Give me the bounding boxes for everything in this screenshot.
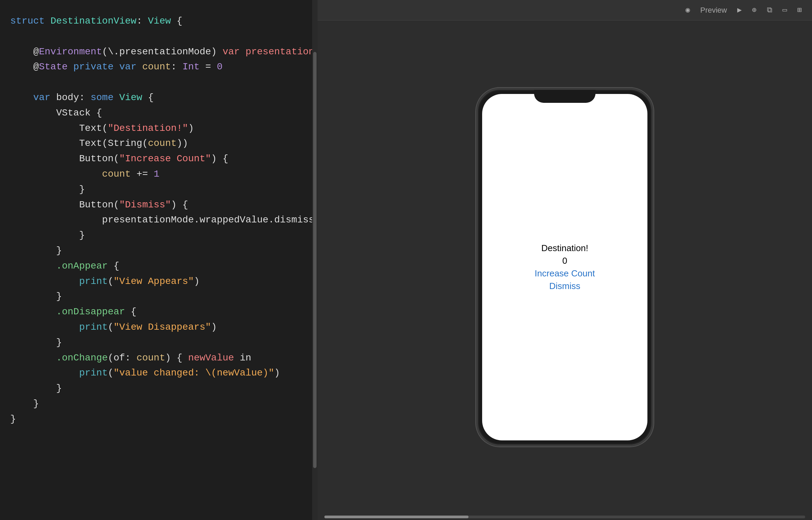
code-token: View	[119, 92, 142, 103]
code-token	[10, 353, 56, 363]
code-token: }	[10, 398, 39, 409]
code-line: struct DestinationView: View {	[10, 14, 307, 29]
code-line: print("value changed: \(newValue)")	[10, 366, 307, 381]
code-token: {	[171, 16, 183, 26]
grid-icon[interactable]: ⊞	[797, 5, 802, 15]
code-token: }	[10, 291, 62, 302]
code-token: private	[73, 61, 114, 72]
code-token	[10, 169, 102, 179]
shield-icon[interactable]: ⊕	[752, 5, 756, 15]
code-token: Button(	[10, 153, 119, 164]
code-token	[10, 306, 56, 317]
code-token: )	[194, 276, 200, 287]
code-token: "View Appears"	[113, 276, 194, 287]
code-token: struct	[10, 16, 51, 26]
code-token: (\.presentationMode)	[102, 46, 223, 57]
code-line: print("View Disappears")	[10, 320, 307, 335]
code-token	[10, 322, 79, 332]
code-token: .onChange	[56, 353, 108, 363]
code-token: print	[79, 276, 108, 287]
code-token: count	[142, 61, 171, 72]
code-token	[10, 92, 33, 103]
preview-label: Preview	[700, 6, 727, 15]
code-line: @Environment(\.presentationMode) var pre…	[10, 44, 307, 60]
phone-screen: Destination! 0 Increase Count Dismiss	[482, 94, 647, 440]
code-token: some	[90, 92, 113, 103]
code-token: ))	[177, 138, 188, 149]
code-token: @	[10, 46, 39, 57]
code-token: var	[223, 46, 240, 57]
code-token: }	[10, 245, 62, 256]
code-token: count	[102, 169, 131, 179]
code-line: }	[10, 182, 307, 197]
code-token	[68, 61, 73, 72]
code-token: State	[39, 61, 68, 72]
code-line: presentationMode.wrappedValue.dismiss()	[10, 213, 307, 228]
preview-toolbar: ◉ Preview ▶ ⊕ ⧉ ▭ ⊞	[318, 0, 812, 20]
preview-scroll-track[interactable]	[324, 516, 805, 518]
code-token: )	[211, 322, 217, 332]
code-line: VStack {	[10, 106, 307, 121]
code-token: 0	[217, 61, 223, 72]
code-token: "Destination!"	[108, 123, 188, 134]
code-token: {	[125, 306, 137, 317]
dismiss-button[interactable]: Dismiss	[549, 281, 580, 291]
code-token: Text(String(	[10, 138, 148, 149]
code-line: .onDisappear {	[10, 304, 307, 320]
code-token: (	[108, 276, 114, 287]
code-token: View	[148, 16, 171, 26]
code-token: body:	[51, 92, 91, 103]
code-token	[10, 276, 79, 287]
phone-notch	[534, 90, 596, 103]
code-token: :	[171, 61, 183, 72]
code-token: }	[10, 414, 16, 424]
code-token: {	[108, 261, 120, 271]
scrollbar[interactable]	[312, 0, 318, 520]
code-token: }	[10, 184, 85, 195]
preview-scroll-thumb[interactable]	[324, 516, 468, 518]
destination-text: Destination!	[541, 243, 588, 254]
code-token: count	[137, 353, 165, 363]
code-line: @State private var count: Int = 0	[10, 59, 307, 75]
scrollbar-thumb[interactable]	[313, 52, 317, 468]
code-line	[10, 75, 307, 90]
code-token: .onDisappear	[56, 306, 125, 317]
code-token: print	[79, 322, 108, 332]
code-token	[113, 61, 119, 72]
code-token: in	[234, 353, 251, 363]
code-token: print	[79, 368, 108, 378]
code-line: }	[10, 335, 307, 351]
code-token: :	[137, 16, 148, 26]
code-token: var	[119, 61, 136, 72]
code-line: Button("Increase Count") {	[10, 151, 307, 167]
code-line: .onChange(of: count) { newValue in	[10, 351, 307, 366]
code-token: +=	[131, 169, 154, 179]
code-token: )	[188, 123, 194, 134]
code-line: var body: some View {	[10, 90, 307, 106]
code-line: }	[10, 228, 307, 243]
code-token: }	[10, 230, 85, 241]
code-token: count	[148, 138, 177, 149]
code-token: ) {	[211, 153, 228, 164]
code-token: (	[108, 322, 114, 332]
code-token: ) {	[171, 200, 188, 210]
code-line: }	[10, 412, 307, 427]
increase-count-button[interactable]: Increase Count	[535, 268, 595, 279]
play-icon[interactable]: ▶	[737, 5, 742, 15]
code-token: presentationMode	[246, 46, 318, 57]
code-content: struct DestinationView: View { @Environm…	[10, 14, 307, 427]
code-token: DestinationView	[51, 16, 137, 26]
code-line: }	[10, 396, 307, 412]
code-token: Environment	[39, 46, 102, 57]
code-token: .onAppear	[56, 261, 108, 271]
code-token	[10, 261, 56, 271]
code-token: Text(	[10, 123, 108, 134]
monitor-icon[interactable]: ▭	[783, 5, 787, 15]
preview-icon: ◉	[686, 5, 690, 15]
code-token: )	[274, 368, 280, 378]
code-line: Text("Destination!")	[10, 121, 307, 136]
code-line: .onAppear {	[10, 259, 307, 274]
code-token: Button(	[10, 200, 119, 210]
code-token: 1	[154, 169, 159, 179]
duplicate-icon[interactable]: ⧉	[767, 6, 772, 15]
